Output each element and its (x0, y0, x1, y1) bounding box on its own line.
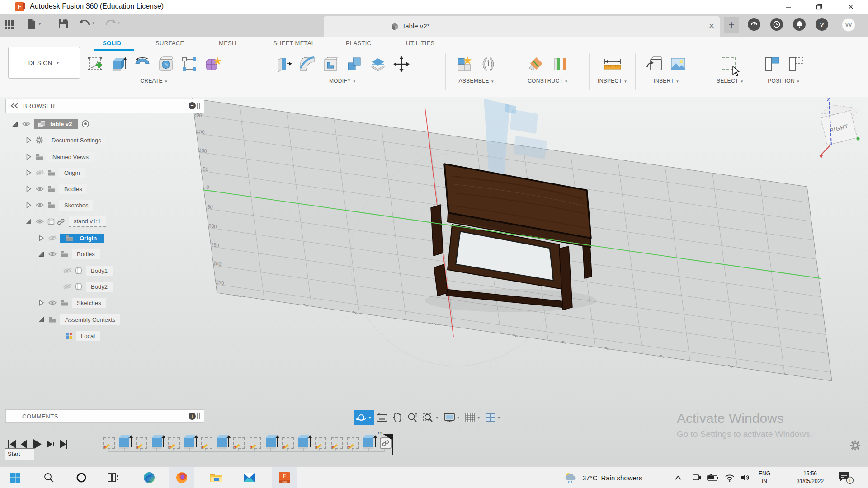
tree-item-stand-bodies[interactable]: Bodies (38, 247, 100, 261)
tree-item-named-views[interactable]: Named Views (25, 150, 94, 164)
group-label-position[interactable]: POSITION ▼ (768, 78, 800, 84)
display-caret[interactable]: ▼ (457, 416, 460, 420)
expanded-triangle-icon[interactable] (25, 218, 32, 225)
language-indicator[interactable]: ENG IN (759, 467, 770, 488)
tree-item-body1[interactable]: Body1 (63, 264, 113, 277)
new-component-button[interactable] (453, 52, 476, 76)
combine-button[interactable] (343, 52, 366, 76)
tree-item-table-v2[interactable]: table v2 (12, 117, 90, 131)
collapsed-triangle-icon[interactable] (25, 186, 32, 192)
pan-button[interactable] (390, 410, 405, 425)
tree-item-stand-origin[interactable]: Origin (38, 231, 104, 245)
search-icon[interactable] (36, 467, 61, 488)
cortana-icon[interactable] (69, 467, 94, 488)
insert-derive-button[interactable] (643, 52, 666, 76)
save-button[interactable] (58, 18, 69, 29)
document-tab-close-icon[interactable]: ✕ (707, 22, 716, 30)
file-explorer-icon[interactable] (203, 467, 229, 488)
tree-item-stand-sketches[interactable]: Sketches (38, 296, 106, 310)
weather-widget[interactable]: 37°C Rain showers (564, 467, 642, 488)
visibility-eye-icon[interactable] (22, 121, 30, 127)
revolve-button[interactable] (131, 52, 154, 76)
group-label-create[interactable]: CREATE ▼ (140, 78, 168, 84)
expanded-triangle-icon[interactable] (38, 251, 45, 258)
minimize-button[interactable] (778, 0, 799, 14)
show-hidden-icons-chevron[interactable] (675, 467, 682, 488)
user-avatar[interactable]: VV (842, 18, 855, 32)
collapsed-triangle-icon[interactable] (25, 137, 32, 144)
zoom-window-caret[interactable]: ▼ (435, 416, 439, 420)
tree-item-bodies[interactable]: Bodies (25, 182, 87, 196)
hole-button[interactable] (154, 52, 178, 76)
task-view-icon[interactable] (100, 467, 126, 488)
activate-component-radio[interactable] (81, 120, 90, 128)
start-button[interactable] (3, 467, 28, 488)
tree-item-document-settings[interactable]: Document Settings (25, 133, 106, 147)
visibility-eye-icon[interactable] (36, 186, 44, 192)
file-menu-button[interactable]: ▼ (26, 18, 42, 30)
visibility-eye-off-icon[interactable] (48, 235, 57, 241)
document-tab[interactable]: table v2* ✕ (324, 16, 720, 37)
timeline-settings-gear-icon[interactable] (850, 440, 861, 451)
wifi-icon[interactable] (725, 467, 735, 488)
visibility-eye-off-icon[interactable] (63, 284, 71, 289)
pattern-button[interactable] (178, 52, 201, 76)
viewports-button[interactable]: ▼ (483, 410, 503, 425)
orbit-button[interactable]: ▼ (354, 410, 374, 425)
tab-plastic[interactable]: PLASTIC (346, 40, 371, 47)
zoom-button[interactable] (405, 410, 420, 425)
look-at-button[interactable] (374, 410, 390, 425)
redo-button[interactable]: ▼ (105, 18, 121, 28)
battery-icon[interactable] (707, 467, 719, 488)
tree-item-body2[interactable]: Body2 (63, 280, 113, 293)
revert-position-button[interactable] (784, 52, 807, 76)
collapsed-triangle-icon[interactable] (38, 300, 45, 306)
restore-button[interactable] (809, 0, 830, 14)
expanded-triangle-icon[interactable] (38, 316, 45, 323)
shell-button[interactable] (319, 52, 343, 76)
panel-grip[interactable] (197, 103, 198, 109)
minimize-panel-icon[interactable]: − (189, 102, 196, 109)
capture-position-button[interactable] (760, 52, 784, 76)
group-label-construct[interactable]: CONSTRUCT ▼ (528, 78, 568, 84)
visibility-eye-icon[interactable] (36, 202, 44, 208)
new-tab-button[interactable]: + (724, 17, 739, 33)
clock-date[interactable]: 15:56 31/05/2022 (797, 467, 824, 488)
undo-button[interactable]: ▼ (80, 18, 95, 28)
job-status-clock-icon[interactable] (770, 18, 783, 31)
collapsed-triangle-icon[interactable] (25, 202, 32, 209)
joint-button[interactable] (476, 52, 500, 76)
viewports-caret[interactable]: ▼ (497, 416, 501, 420)
extrude-button[interactable] (107, 52, 131, 76)
visibility-eye-icon[interactable] (48, 300, 57, 305)
add-comment-icon[interactable]: + (189, 413, 196, 420)
firefox-browser-icon[interactable] (169, 467, 194, 488)
tab-utilities[interactable]: UTILITIES (406, 40, 434, 47)
meet-now-icon[interactable] (692, 467, 702, 488)
display-settings-button[interactable]: ▼ (441, 410, 462, 425)
orbit-caret[interactable]: ▼ (368, 416, 372, 420)
visibility-eye-icon[interactable] (36, 219, 44, 224)
group-label-modify[interactable]: MODIFY ▼ (329, 78, 356, 84)
visibility-eye-off-icon[interactable] (36, 170, 44, 175)
canvas-image-button[interactable] (666, 52, 690, 76)
collapsed-triangle-icon[interactable] (25, 169, 32, 176)
fusion-360-taskbar-icon[interactable]: F360 (272, 467, 297, 488)
close-button[interactable] (840, 0, 861, 14)
construct-plane-button[interactable] (524, 52, 548, 76)
group-label-select[interactable]: SELECT ▼ (717, 78, 744, 84)
volume-icon[interactable] (741, 467, 750, 488)
fillet-button[interactable] (296, 52, 319, 76)
grid-caret[interactable]: ▼ (477, 416, 481, 420)
tree-item-stand-v1[interactable]: stand v1:1 (25, 215, 106, 228)
press-pull-button[interactable] (272, 52, 296, 76)
workspace-selector[interactable]: DESIGN ▼ (8, 47, 80, 79)
tab-solid[interactable]: SOLID (103, 40, 121, 47)
tree-item-origin[interactable]: Origin (25, 166, 85, 179)
edge-browser-icon[interactable] (137, 467, 162, 488)
expanded-triangle-icon[interactable] (12, 121, 19, 127)
zoom-window-button[interactable]: ▼ (420, 410, 441, 425)
action-center-icon[interactable]: 1 (837, 467, 854, 488)
offset-face-button[interactable] (366, 52, 390, 76)
notifications-bell-icon[interactable] (793, 18, 806, 31)
